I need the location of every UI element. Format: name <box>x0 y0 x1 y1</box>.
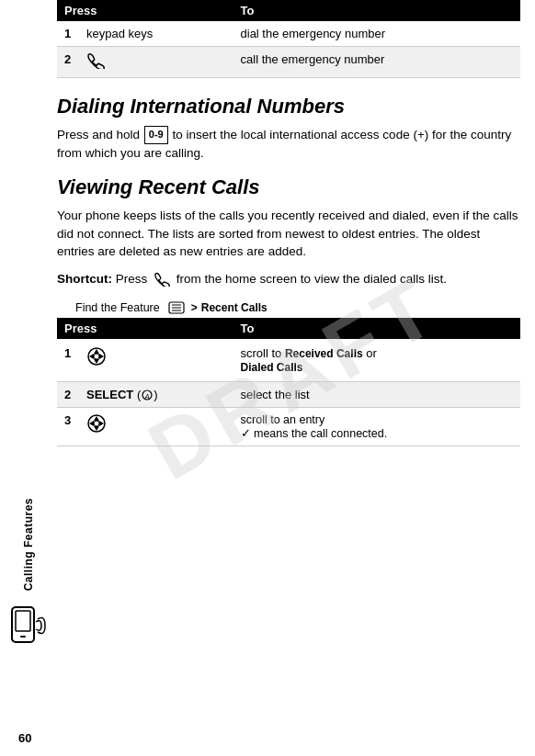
table1-header-to: To <box>233 0 520 21</box>
svg-marker-18 <box>89 421 94 426</box>
scroll-entry-text: scroll to an entry <box>241 413 513 426</box>
svg-point-20 <box>94 421 99 426</box>
find-feature-label: Find the Feature <box>75 301 160 314</box>
svg-marker-16 <box>94 416 99 421</box>
svg-marker-11 <box>99 354 104 359</box>
section1-body: Press and hold 0-9 to insert the local i… <box>57 126 520 163</box>
row-press-1: keypad keys <box>86 27 226 40</box>
find-feature-row: Find the Feature > Recent Calls <box>57 300 520 314</box>
row-to-select: select the list <box>233 381 520 408</box>
table-emergency: Press To 1 keypad keys dial the emergenc… <box>57 0 520 78</box>
select-icon: ( A ) <box>137 388 158 401</box>
svg-rect-1 <box>16 611 30 631</box>
section1-title: Dialing International Numbers <box>57 95 520 118</box>
row-num: 3 <box>64 413 81 436</box>
row-num: 2 <box>64 52 81 72</box>
nav-icon-3 <box>86 413 107 436</box>
dialed-calls-label: Dialed Calls <box>241 361 303 374</box>
row-num: 1 <box>64 27 81 40</box>
or-text: or <box>366 346 377 360</box>
sidebar: Calling Features <box>0 0 57 756</box>
keypad-hold-icon: 0-9 <box>143 128 173 141</box>
svg-text:A: A <box>144 393 150 400</box>
table-row: 3 <box>57 408 520 446</box>
nav-icon-1 <box>86 346 107 369</box>
find-feature-arrow: > <box>191 301 198 314</box>
table2-header-press: Press <box>57 318 233 339</box>
received-calls-label: Received Calls <box>285 347 363 360</box>
main-content: Press To 1 keypad keys dial the emergenc… <box>57 0 535 756</box>
row-to-2: call the emergency number <box>233 47 520 78</box>
svg-marker-19 <box>99 421 104 426</box>
table-recent-calls: Press To 1 <box>57 318 520 447</box>
row-to-1: dial the emergency number <box>233 21 520 47</box>
shortcut-call-icon <box>151 272 176 286</box>
phone-send-icon <box>86 52 105 72</box>
svg-marker-17 <box>94 426 99 431</box>
shortcut-label: Shortcut: <box>57 272 112 286</box>
row-num: 2 <box>64 388 81 402</box>
svg-marker-10 <box>89 354 94 359</box>
svg-marker-9 <box>94 359 99 364</box>
table2-header-to: To <box>233 318 520 339</box>
section2-title: Viewing Recent Calls <box>57 175 520 199</box>
find-feature-dest: Recent Calls <box>201 301 268 314</box>
section2-body: Your phone keeps lists of the calls you … <box>57 207 520 261</box>
table-row: 2 SELECT ( A ) <box>57 381 520 408</box>
shortcut-line: Shortcut: Press from the home screen to … <box>57 270 520 288</box>
send-call-icon <box>86 52 105 69</box>
table-row: 1 <box>57 339 520 382</box>
row-num: 1 <box>64 346 81 369</box>
page-number: 60 <box>18 731 31 745</box>
checkmark-text: ✓ means the call connected. <box>241 426 513 440</box>
table1-header-press: Press <box>57 0 233 21</box>
table-row: 2 call the emergency number <box>57 47 520 78</box>
svg-marker-8 <box>94 349 99 354</box>
table-row: 1 keypad keys dial the emergency number <box>57 21 520 47</box>
to-scroll-label: scroll to <box>241 346 285 360</box>
sidebar-label: Calling Features <box>22 498 35 591</box>
find-feature-menu-icon <box>165 300 188 314</box>
svg-point-12 <box>94 354 99 359</box>
phone-icon <box>8 605 49 646</box>
select-button-label: SELECT ( A ) <box>86 388 158 402</box>
